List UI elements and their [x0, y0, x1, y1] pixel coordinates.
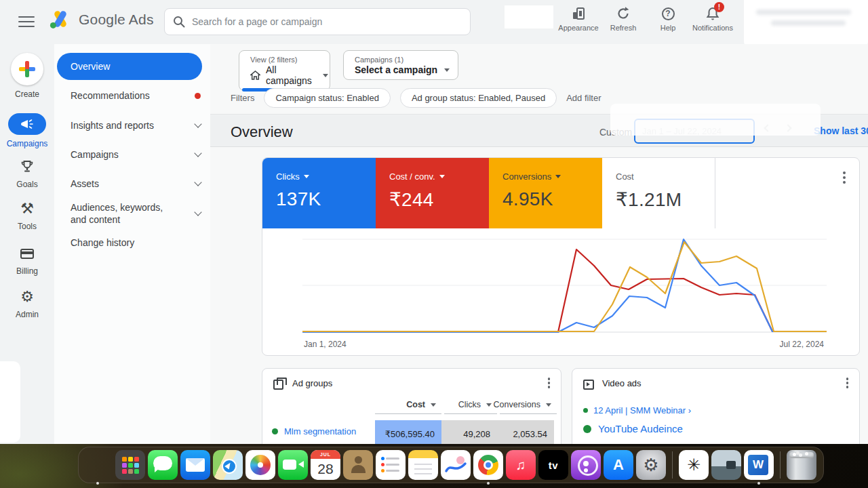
dock-trash-icon[interactable] — [787, 450, 816, 480]
recommendations-alert-dot — [195, 93, 201, 99]
secondary-nav: Overview Recommendations Insights and re… — [54, 44, 210, 444]
tools-icon: ⚒ — [18, 200, 36, 218]
rail-item-billing[interactable]: Billing — [0, 245, 54, 276]
search-input[interactable] — [192, 16, 462, 27]
x-axis-start-label: Jan 1, 2024 — [304, 340, 347, 349]
sidebar-item-insights[interactable]: Insights and reports — [71, 120, 201, 131]
sort-caret-icon — [486, 403, 492, 407]
dock-music-icon[interactable]: ♫ — [506, 450, 536, 480]
dropdown-caret-icon — [304, 175, 309, 178]
home-icon — [250, 70, 260, 80]
chevron-right-icon[interactable] — [784, 124, 791, 131]
ad-groups-panel: Ad groups Cost Clicks Conversions — [262, 368, 561, 444]
global-search[interactable] — [164, 8, 471, 35]
show-last-30-link[interactable]: Show last 30 d — [814, 125, 868, 136]
filter-chip-adgroup-status[interactable]: Ad group status: Enabled, Paused — [400, 88, 557, 108]
dock-messages-icon[interactable] — [148, 450, 178, 480]
rail-item-tools[interactable]: ⚒ Tools — [0, 200, 54, 231]
filters-row: Filters Campaign status: Enabled Ad grou… — [231, 88, 601, 108]
dock-finder-icon[interactable] — [83, 450, 113, 480]
sidebar-item-recommendations[interactable]: Recommendations — [71, 90, 201, 101]
blank-overlay-box — [505, 5, 553, 28]
sidebar-item-campaigns[interactable]: Campaigns — [71, 149, 201, 160]
cell-clicks: 49,208 — [441, 420, 497, 444]
rail-item-admin[interactable]: ⚙ Admin — [0, 288, 54, 319]
gear-icon: ⚙ — [18, 288, 36, 306]
dock-launchpad-icon[interactable] — [115, 450, 145, 480]
date-range-input[interactable]: Jan 1 – Jul 22, 2024 — [634, 119, 755, 144]
ad-groups-column-headers: Cost Clicks Conversions — [262, 400, 561, 420]
dock-appstore-icon[interactable]: A — [604, 450, 633, 480]
dock-calendar-icon[interactable]: JUL 28 — [311, 450, 340, 480]
rail-item-goals[interactable]: Goals — [0, 158, 54, 189]
dock-maps-icon[interactable] — [213, 450, 243, 480]
sidebar-item-change-history[interactable]: Change history — [71, 237, 201, 248]
search-icon — [173, 16, 185, 28]
filters-label: Filters — [231, 93, 254, 103]
dock-word-icon[interactable]: W — [744, 450, 774, 480]
campaign-select-dropdown[interactable]: Campaigns (1) Select a campaign — [343, 50, 458, 80]
running-indicator — [96, 482, 99, 485]
overview-line-chart[interactable] — [302, 237, 827, 336]
video-ad-link[interactable]: YouTube Audeince — [583, 423, 683, 434]
column-header-conversions[interactable]: Conversions — [500, 400, 557, 414]
dropdown-caret-icon — [323, 74, 328, 77]
google-ads-logo-icon — [49, 9, 72, 30]
filter-chip-campaign-status[interactable]: Campaign status: Enabled — [264, 88, 390, 108]
desktop: Google Ads Appearance — [0, 0, 868, 488]
ad-group-link[interactable]: Mlm segmentation — [272, 426, 356, 436]
dock-notes-icon[interactable] — [408, 450, 438, 480]
dock-preview-icon[interactable] — [711, 450, 741, 480]
sort-caret-icon — [546, 403, 551, 407]
dock-photos-icon[interactable] — [245, 450, 275, 480]
ad-groups-header: Ad groups — [262, 369, 561, 397]
notifications-button[interactable]: ! Notifications — [690, 5, 735, 32]
dock-settings-icon[interactable]: ⚙ — [636, 450, 666, 480]
dock-appletv-icon[interactable]: tv — [538, 450, 568, 480]
dock-facetime-icon[interactable] — [278, 450, 308, 480]
chevron-down-icon — [194, 178, 201, 186]
refresh-icon — [615, 5, 631, 22]
dock-chrome-icon[interactable] — [473, 450, 503, 480]
view-filter-dropdown[interactable]: View (2 filters) All campaigns — [239, 50, 330, 91]
dock-mail-icon[interactable] — [180, 450, 210, 480]
redacted-account-box — [744, 0, 868, 46]
dropdown-caret-icon — [444, 68, 450, 72]
panel-menu-icon[interactable] — [846, 378, 849, 380]
sort-caret-icon — [431, 403, 436, 407]
menu-icon[interactable] — [18, 16, 35, 27]
column-header-cost[interactable]: Cost — [375, 400, 441, 414]
panel-menu-icon[interactable] — [843, 171, 846, 174]
status-dot-icon — [272, 428, 278, 434]
sidebar-item-overview[interactable]: Overview — [57, 53, 202, 80]
video-ad-link[interactable]: 12 April | SMM Webinar › — [583, 405, 691, 415]
table-row: Mlm segmentation ₹506,595.40 49,208 2,05… — [262, 420, 561, 444]
scorecard-conversions[interactable]: Conversions 4.95K — [489, 158, 602, 228]
appearance-button[interactable]: Appearance — [556, 5, 601, 32]
video-ads-icon — [583, 378, 594, 388]
sidebar-item-assets[interactable]: Assets — [71, 178, 201, 189]
dock-chatgpt-icon[interactable]: ✳ — [679, 450, 709, 480]
bell-icon: ! — [705, 5, 721, 22]
top-actions: Appearance Refresh Help ! — [556, 5, 735, 32]
scorecard-cost[interactable]: Cost ₹1.21M — [602, 158, 715, 228]
page-title: Overview — [231, 123, 293, 141]
rail-item-create[interactable]: Create — [0, 53, 54, 99]
sidebar-item-audiences[interactable]: Audiences, keywords, and content — [71, 201, 201, 226]
browser-window: Google Ads Appearance — [0, 0, 868, 444]
chevron-left-icon[interactable] — [764, 124, 771, 131]
dock-contacts-icon[interactable] — [343, 450, 373, 480]
panel-menu-icon[interactable] — [548, 378, 551, 380]
dock-freeform-icon[interactable] — [441, 450, 471, 480]
dock-separator — [672, 451, 673, 479]
column-header-clicks[interactable]: Clicks — [444, 400, 497, 414]
dock-reminders-icon[interactable] — [376, 450, 406, 480]
notification-badge: ! — [714, 2, 724, 12]
help-button[interactable]: Help — [646, 5, 690, 32]
scorecard-clicks[interactable]: Clicks 137K — [262, 158, 376, 228]
add-filter-button[interactable]: Add filter — [566, 93, 601, 103]
refresh-button[interactable]: Refresh — [601, 5, 646, 32]
scorecard-cost-per-conv[interactable]: Cost / conv. ₹244 — [376, 158, 489, 228]
dock-podcasts-icon[interactable] — [571, 450, 601, 480]
rail-item-campaigns[interactable]: Campaigns — [0, 113, 54, 148]
